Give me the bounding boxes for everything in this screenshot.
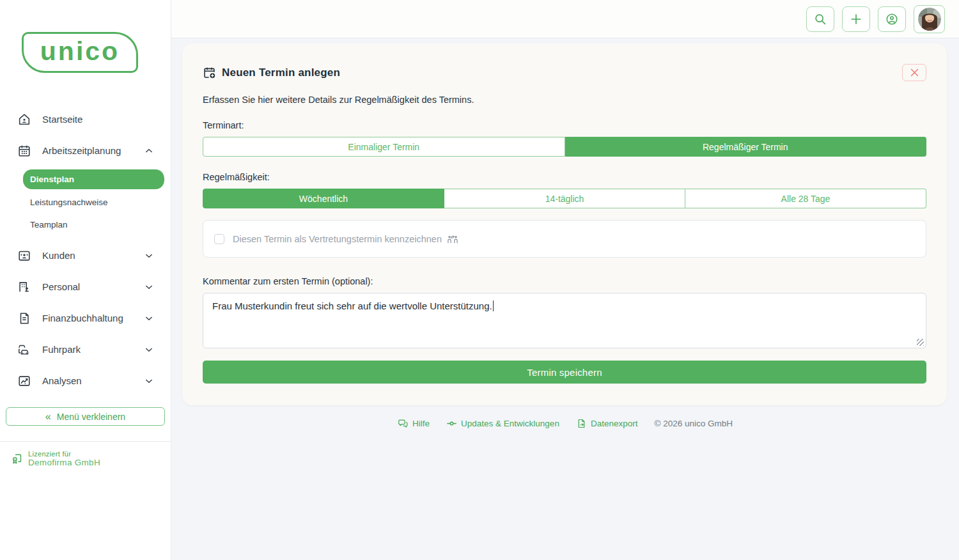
sidebar-item-arbeitszeitplanung[interactable]: Arbeitszeitplanung bbox=[0, 135, 171, 166]
collapse-menu-label: Menü verkleinern bbox=[57, 412, 125, 422]
double-chevron-left-icon: « bbox=[45, 412, 51, 422]
sidebar-item-label: Kunden bbox=[42, 250, 75, 261]
dialog-subtitle: Erfassen Sie hier weitere Details zur Re… bbox=[203, 95, 926, 105]
sidebar-item-finanzbuchhaltung[interactable]: Finanzbuchhaltung bbox=[0, 302, 171, 334]
close-button[interactable] bbox=[902, 64, 926, 81]
license-company: Demofirma GmbH bbox=[28, 458, 100, 467]
topbar bbox=[171, 0, 959, 38]
sidebar-item-analysen[interactable]: Analysen bbox=[0, 365, 171, 396]
license-info: Lizenziert für Demofirma GmbH bbox=[11, 450, 171, 467]
kommentar-label: Kommentar zum ersten Termin (optional): bbox=[203, 276, 926, 286]
chevron-down-icon bbox=[144, 376, 154, 386]
kommentar-textarea[interactable]: Frau Musterkundin freut sich sehr auf di… bbox=[203, 293, 926, 348]
vehicles-icon bbox=[17, 343, 31, 357]
brand-text: unico bbox=[40, 38, 120, 65]
search-button[interactable] bbox=[806, 6, 834, 32]
avatar bbox=[918, 8, 941, 31]
sidebar-item-label: Arbeitszeitplanung bbox=[42, 145, 121, 156]
sidebar-item-kunden[interactable]: Kunden bbox=[0, 240, 171, 271]
kommentar-text: Frau Musterkundin freut sich sehr auf di… bbox=[212, 300, 492, 311]
chevron-up-icon bbox=[144, 146, 154, 156]
regelmaessigkeit-option-woechentlich[interactable]: Wöchentlich bbox=[203, 189, 444, 208]
footer-link-hilfe[interactable]: Hilfe bbox=[398, 418, 430, 429]
sidebar-item-label: Fuhrpark bbox=[42, 344, 81, 355]
terminart-option-regelmaessig[interactable]: Regelmäßiger Termin bbox=[565, 137, 927, 157]
chevron-down-icon bbox=[144, 251, 154, 261]
arbeitszeitplanung-submenu: Dienstplan Leistungsnachweise Teamplan bbox=[0, 166, 171, 240]
sidebar-subitem-teamplan[interactable]: Teamplan bbox=[0, 214, 171, 236]
sidebar-subitem-dienstplan[interactable]: Dienstplan bbox=[23, 169, 164, 189]
sidebar-divider bbox=[0, 441, 171, 442]
chevron-down-icon bbox=[144, 313, 154, 323]
vertretungstermin-label: Diesen Termin als Vertretungstermin kenn… bbox=[233, 234, 442, 244]
sidebar: unico Startseite Arbeitszeitplanung Dien… bbox=[0, 0, 171, 560]
dialog-title: Neuen Termin anlegen bbox=[222, 66, 340, 79]
chevron-down-icon bbox=[144, 345, 154, 355]
sidebar-item-startseite[interactable]: Startseite bbox=[0, 104, 171, 135]
chevron-down-icon bbox=[144, 282, 154, 292]
dialog-header: Neuen Termin anlegen bbox=[203, 64, 926, 81]
new-appointment-dialog: Neuen Termin anlegen Erfassen Sie hier w… bbox=[182, 43, 947, 405]
account-icon bbox=[885, 12, 899, 26]
calendar-icon bbox=[17, 144, 31, 158]
terminart-segmented-control: Einmaliger Termin Regelmäßiger Termin bbox=[203, 137, 926, 157]
user-avatar-button[interactable] bbox=[914, 5, 945, 33]
finance-document-icon bbox=[17, 311, 31, 325]
close-icon bbox=[909, 67, 920, 78]
regelmaessigkeit-label: Regelmäßigkeit: bbox=[203, 172, 926, 182]
unico-logo[interactable]: unico bbox=[22, 32, 138, 73]
footer: Hilfe Updates & Entwicklungen Datenexpor… bbox=[171, 418, 959, 429]
collapse-menu-button[interactable]: « Menü verkleinern bbox=[6, 407, 165, 426]
help-chat-icon bbox=[398, 418, 409, 429]
customers-icon bbox=[17, 249, 31, 263]
sidebar-item-label: Startseite bbox=[42, 114, 82, 125]
analytics-icon bbox=[17, 374, 31, 388]
main-area: Neuen Termin anlegen Erfassen Sie hier w… bbox=[171, 0, 959, 560]
regelmaessigkeit-segmented-control: Wöchentlich 14-täglich Alle 28 Tage bbox=[203, 189, 926, 208]
home-icon bbox=[17, 113, 31, 127]
vertretungstermin-checkbox-row[interactable]: Diesen Termin als Vertretungstermin kenn… bbox=[203, 220, 926, 258]
add-button[interactable] bbox=[842, 6, 870, 32]
footer-link-updates[interactable]: Updates & Entwicklungen bbox=[446, 418, 559, 429]
sidebar-item-label: Analysen bbox=[42, 375, 82, 386]
vertretungstermin-checkbox[interactable] bbox=[214, 234, 224, 244]
license-label: Lizenziert für bbox=[28, 450, 100, 458]
sidebar-subitem-leistungsnachweise[interactable]: Leistungsnachweise bbox=[0, 191, 171, 214]
save-appointment-button[interactable]: Termin speichern bbox=[203, 361, 926, 384]
regelmaessigkeit-option-14-taeglich[interactable]: 14-täglich bbox=[444, 189, 685, 208]
license-badge-icon bbox=[11, 453, 23, 465]
handover-people-icon bbox=[446, 233, 459, 245]
export-file-icon bbox=[576, 418, 587, 429]
sidebar-item-fuhrpark[interactable]: Fuhrpark bbox=[0, 334, 171, 365]
sidebar-nav: Startseite Arbeitszeitplanung Dienstplan… bbox=[0, 104, 171, 396]
footer-link-datenexport[interactable]: Datenexport bbox=[576, 418, 638, 429]
staff-icon bbox=[17, 280, 31, 294]
sidebar-item-label: Personal bbox=[42, 281, 80, 292]
sidebar-item-personal[interactable]: Personal bbox=[0, 271, 171, 302]
text-cursor bbox=[493, 300, 494, 311]
calendar-add-icon bbox=[203, 66, 216, 79]
textarea-resize-handle[interactable] bbox=[917, 339, 924, 346]
terminart-option-einmalig[interactable]: Einmaliger Termin bbox=[203, 137, 565, 157]
sidebar-item-label: Finanzbuchhaltung bbox=[42, 313, 123, 323]
content-area: Neuen Termin anlegen Erfassen Sie hier w… bbox=[171, 38, 959, 560]
plus-icon bbox=[849, 12, 863, 26]
regelmaessigkeit-option-alle-28-tage[interactable]: Alle 28 Tage bbox=[685, 189, 926, 208]
search-icon bbox=[813, 12, 827, 26]
account-button[interactable] bbox=[878, 6, 906, 32]
copyright-text: © 2026 unico GmbH bbox=[654, 419, 733, 428]
commit-icon bbox=[446, 418, 457, 429]
terminart-label: Terminart: bbox=[203, 120, 926, 130]
